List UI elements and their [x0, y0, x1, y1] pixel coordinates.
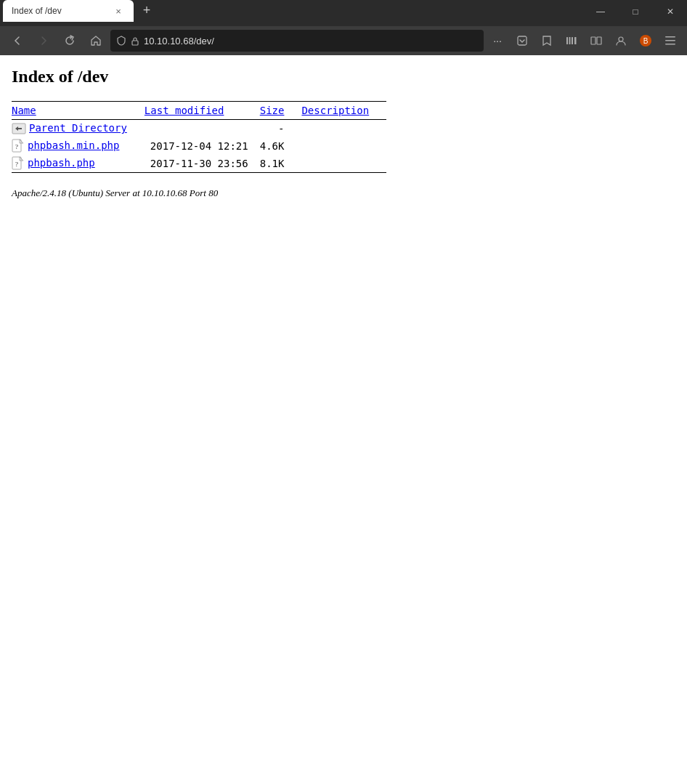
file-description — [301, 120, 386, 138]
pocket-button[interactable] — [511, 30, 533, 52]
file-description — [301, 155, 386, 173]
sort-by-description-link[interactable]: Description — [301, 105, 369, 116]
col-header-size[interactable]: Size — [260, 102, 302, 120]
reader-view-button[interactable] — [585, 30, 607, 52]
bookmark-button[interactable] — [536, 30, 558, 52]
svg-rect-12 — [665, 40, 675, 41]
active-tab[interactable]: Index of /dev × — [3, 0, 134, 22]
file-description — [301, 137, 386, 155]
shield-icon — [116, 36, 126, 46]
lock-icon — [131, 36, 139, 46]
directory-table: Name Last modified Size Description Pare… — [12, 101, 386, 176]
svg-rect-7 — [597, 37, 601, 44]
library-button[interactable] — [561, 30, 582, 52]
svg-rect-6 — [591, 37, 595, 44]
svg-text:?: ? — [15, 161, 18, 168]
page-content: Index of /dev Name Last modified Size De… — [0, 55, 687, 782]
more-button[interactable]: ··· — [487, 30, 508, 52]
file-size: 8.1K — [260, 155, 302, 173]
col-header-description[interactable]: Description — [301, 102, 386, 120]
file-icon: ? — [12, 156, 25, 171]
svg-point-8 — [619, 37, 623, 41]
svg-rect-4 — [572, 37, 573, 44]
svg-rect-0 — [132, 41, 138, 45]
sort-by-size-link[interactable]: Size — [260, 105, 285, 116]
file-size: - — [260, 120, 302, 138]
window-controls: — □ ✕ — [584, 0, 687, 23]
col-header-name[interactable]: Name — [12, 102, 145, 120]
file-icon: ? — [12, 139, 25, 153]
svg-rect-3 — [569, 37, 571, 44]
forward-button[interactable] — [32, 29, 55, 52]
file-last-modified: 2017-11-30 23:56 — [145, 155, 260, 173]
tab-title: Index of /dev — [12, 6, 107, 16]
table-row: ?phpbash.min.php2017-12-04 12:214.6K — [12, 137, 386, 155]
table-divider-row — [12, 173, 386, 176]
refresh-button[interactable] — [58, 29, 81, 52]
browser-chrome: Index of /dev × + — □ ✕ — [0, 0, 687, 55]
menu-button[interactable] — [659, 30, 681, 52]
server-info: Apache/2.4.18 (Ubuntu) Server at 10.10.1… — [12, 187, 675, 199]
svg-rect-5 — [574, 37, 577, 44]
minimize-button[interactable]: — — [584, 1, 617, 23]
account-button[interactable] — [610, 30, 632, 52]
col-header-last-modified[interactable]: Last modified — [145, 102, 260, 120]
back-button[interactable] — [6, 29, 29, 52]
close-button[interactable]: ✕ — [654, 1, 687, 23]
back-icon — [12, 121, 26, 136]
maximize-button[interactable]: □ — [619, 1, 652, 23]
file-last-modified — [145, 120, 260, 138]
svg-rect-13 — [665, 44, 675, 45]
address-bar[interactable]: 10.10.10.68/dev/ — [110, 30, 484, 52]
table-row: ?phpbash.php2017-11-30 23:568.1K — [12, 155, 386, 173]
file-name-cell: ?phpbash.php — [12, 155, 145, 173]
file-last-modified: 2017-12-04 12:21 — [145, 137, 260, 155]
nav-extras: ··· — [487, 30, 681, 52]
profile-button[interactable]: B — [635, 30, 656, 52]
svg-text:?: ? — [15, 143, 18, 150]
sort-by-last-modified-link[interactable]: Last modified — [145, 105, 224, 116]
file-link[interactable]: phpbash.php — [28, 157, 95, 169]
svg-text:B: B — [643, 37, 649, 45]
file-name-cell: Parent Directory — [12, 120, 145, 138]
svg-rect-1 — [518, 36, 527, 45]
file-name-cell: ?phpbash.min.php — [12, 137, 145, 155]
file-size: 4.6K — [260, 137, 302, 155]
file-link[interactable]: phpbash.min.php — [28, 140, 119, 151]
sort-by-name-link[interactable]: Name — [12, 105, 36, 116]
tab-close-button[interactable]: × — [112, 4, 125, 17]
address-text: 10.10.10.68/dev/ — [144, 36, 478, 47]
svg-rect-2 — [566, 37, 568, 44]
table-header-row: Name Last modified Size Description — [12, 102, 386, 120]
new-tab-button[interactable]: + — [137, 0, 157, 20]
svg-rect-11 — [665, 36, 675, 38]
table-row: Parent Directory- — [12, 120, 386, 138]
page-title: Index of /dev — [12, 67, 675, 86]
home-button[interactable] — [84, 29, 107, 52]
nav-bar: 10.10.10.68/dev/ ··· — [0, 26, 687, 55]
parent-directory-link[interactable]: Parent Directory — [29, 122, 127, 134]
